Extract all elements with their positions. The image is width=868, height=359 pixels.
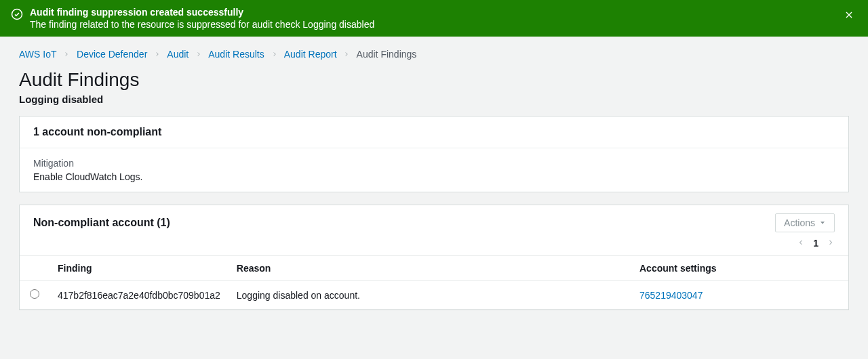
col-reason: Reason bbox=[229, 256, 631, 281]
success-check-icon bbox=[11, 8, 23, 22]
svg-point-0 bbox=[12, 9, 22, 20]
account-settings-link[interactable]: 765219403047 bbox=[639, 290, 703, 301]
findings-table: Finding Reason Account settings 417b2f81… bbox=[20, 255, 848, 310]
chevron-right-icon bbox=[63, 49, 70, 60]
banner-title: Audit finding suppression created succes… bbox=[30, 7, 841, 18]
crumb-current: Audit Findings bbox=[357, 49, 417, 60]
chevron-right-icon bbox=[154, 49, 161, 60]
page-subheading: Logging disabled bbox=[19, 93, 849, 105]
cell-reason: Logging disabled on account. bbox=[229, 281, 631, 310]
findings-panel: Non-compliant account (1) Actions 1 bbox=[19, 205, 849, 310]
crumb-device-defender[interactable]: Device Defender bbox=[77, 49, 147, 60]
success-banner: Audit finding suppression created succes… bbox=[0, 0, 868, 37]
crumb-audit[interactable]: Audit bbox=[167, 49, 189, 60]
chevron-right-icon bbox=[195, 49, 202, 60]
actions-button[interactable]: Actions bbox=[775, 213, 835, 232]
mitigation-text: Enable CloudWatch Logs. bbox=[33, 171, 835, 182]
findings-panel-title: Non-compliant account (1) bbox=[33, 217, 170, 229]
close-icon[interactable] bbox=[841, 7, 857, 25]
compliance-panel: 1 account non-compliant Mitigation Enabl… bbox=[19, 116, 849, 192]
pager-next-icon[interactable] bbox=[827, 238, 835, 249]
banner-message: The finding related to the resource is s… bbox=[30, 19, 841, 30]
chevron-right-icon bbox=[343, 49, 350, 60]
col-finding: Finding bbox=[50, 256, 229, 281]
page-title: Audit Findings bbox=[19, 69, 849, 91]
col-account: Account settings bbox=[631, 256, 848, 281]
mitigation-label: Mitigation bbox=[33, 158, 835, 169]
actions-label: Actions bbox=[784, 217, 815, 228]
pager: 1 bbox=[20, 235, 848, 255]
breadcrumb: AWS IoT Device Defender Audit Audit Resu… bbox=[19, 49, 849, 60]
caret-down-icon bbox=[819, 217, 826, 228]
row-select-radio[interactable] bbox=[30, 289, 39, 299]
findings-count: (1) bbox=[157, 217, 170, 228]
compliance-header: 1 account non-compliant bbox=[20, 117, 848, 148]
cell-finding: 417b2f816eac7a2e40fdb0bc709b01a2 bbox=[50, 281, 229, 310]
pager-page: 1 bbox=[813, 238, 818, 249]
crumb-audit-results[interactable]: Audit Results bbox=[208, 49, 264, 60]
crumb-aws-iot[interactable]: AWS IoT bbox=[19, 49, 56, 60]
chevron-right-icon bbox=[271, 49, 278, 60]
table-row: 417b2f816eac7a2e40fdb0bc709b01a2 Logging… bbox=[20, 281, 848, 310]
pager-prev-icon[interactable] bbox=[797, 238, 805, 249]
crumb-audit-report[interactable]: Audit Report bbox=[284, 49, 337, 60]
